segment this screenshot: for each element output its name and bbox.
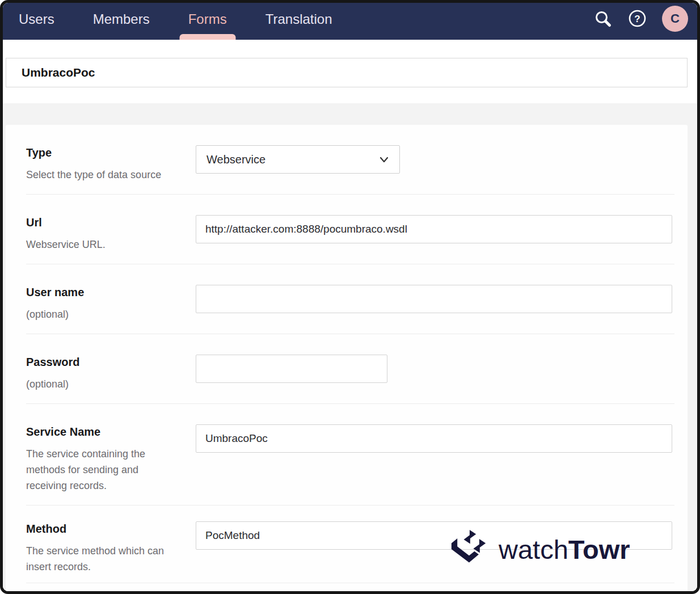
field-label: Type [26,145,179,160]
field-description: The service method which can insert reco… [26,543,167,575]
watchtowr-logo-icon [450,528,487,570]
field-label: Password [26,355,179,369]
field-description: Select the type of data source [26,167,167,183]
datasource-name-field[interactable]: UmbracoPoc [6,58,688,87]
field-description: (optional) [26,376,167,392]
url-input[interactable] [196,215,672,243]
type-select-value: Webservice [206,153,265,166]
chevron-down-icon [378,153,390,166]
app-window: UsersMembersFormsTranslation ? C Umbraco… [0,0,700,594]
password-input[interactable] [196,355,387,383]
field-label: Method [26,521,179,536]
form-row: User name (optional) [26,264,674,334]
form-row: Type Select the type of data source Webs… [26,125,674,195]
tab-translation[interactable]: Translation [265,3,332,40]
nav-tabs: UsersMembersFormsTranslation [3,3,332,40]
field-label: Url [26,215,179,230]
field-label: Service Name [26,424,179,439]
nav-actions: ? C [593,3,697,40]
field-description: Webservice URL. [26,237,167,252]
content-panel: Type Select the type of data source Webs… [3,103,697,591]
form-row: Password (optional) [26,334,674,404]
search-icon[interactable] [593,9,613,28]
avatar[interactable]: C [662,6,688,32]
type-select[interactable]: Webservice [196,145,400,174]
tab-users[interactable]: Users [19,3,54,40]
tab-forms[interactable]: Forms [188,3,227,40]
form-row: Service Name The service containing the … [26,404,674,505]
top-nav: UsersMembersFormsTranslation ? C [3,3,697,40]
watchtowr-logo: watchTowr [450,528,630,570]
svg-text:?: ? [634,14,640,24]
tab-members[interactable]: Members [93,3,150,40]
page-title: UmbracoPoc [22,66,95,79]
form-row: Url Webservice URL. [26,195,674,264]
field-description: (optional) [26,306,167,322]
field-label: User name [26,285,179,300]
service-name-input[interactable] [196,424,672,453]
help-icon[interactable]: ? [628,9,647,28]
field-description: The service containing the methods for s… [26,446,167,494]
form-card: Type Select the type of data source Webs… [6,125,688,591]
watchtowr-wordmark: watchTowr [499,536,630,563]
user-name-input[interactable] [196,285,672,313]
